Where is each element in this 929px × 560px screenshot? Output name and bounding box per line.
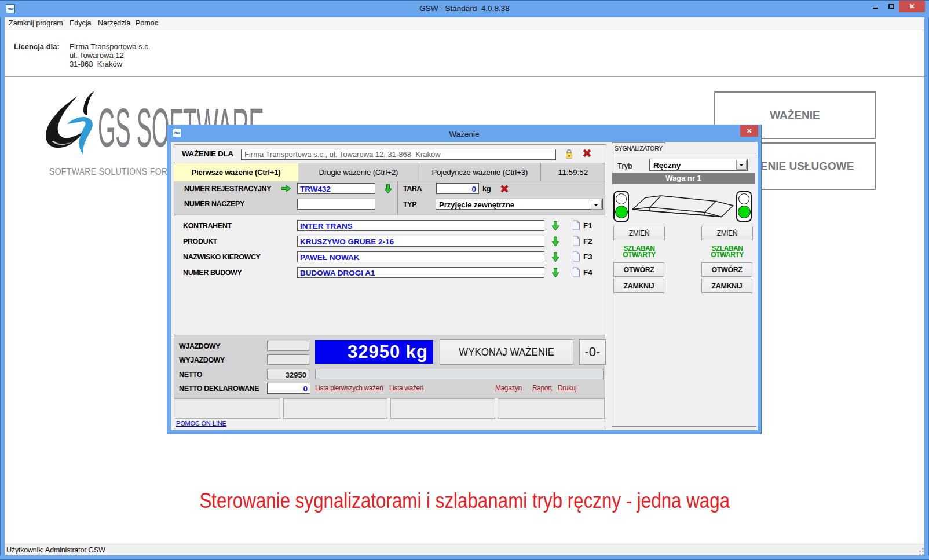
svg-text:GSW: GSW — [174, 131, 180, 135]
svg-text:GSW: GSW — [8, 8, 14, 11]
